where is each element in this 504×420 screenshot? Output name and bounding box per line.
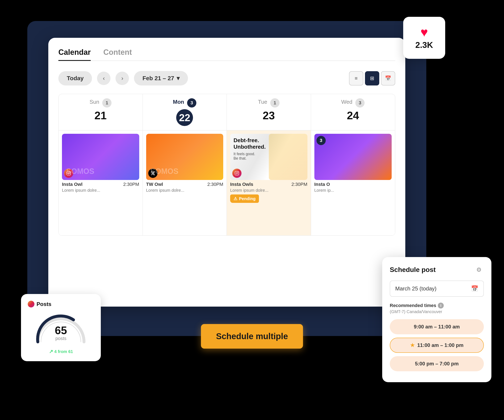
day-number-mon: 22 [176,109,193,126]
day-number-tue: 23 [232,109,306,122]
day-header-mon: Mon 3 22 [143,94,227,130]
instagram-icon [64,169,73,178]
calendar-icon: 📅 [471,285,478,292]
day-number-sun: 21 [64,109,138,122]
day-header-sun: Sun 1 21 [59,94,143,130]
post-card-mon[interactable]: TW Owl 2:30PM Lorem ipsum dolre... [146,134,223,193]
day-badge-sun: 1 [102,98,112,108]
day-badge-mon: 3 [187,98,196,108]
date-field[interactable]: March 25 (today) 📅 [390,281,484,297]
post-card-sun[interactable]: Insta Owl 2:30PM Lorem ipsum dolre... [62,134,139,193]
post-account-tue: Insta Owls [230,182,253,187]
timezone-label: (GMT-7) Canada/Vancouver [390,309,484,314]
chevron-down-icon: ▾ [177,75,180,82]
instagram-logo-icon [28,301,35,307]
day-cell-mon: TW Owl 2:30PM Lorem ipsum dolre... [143,130,227,235]
day-badge-wed: 3 [355,98,365,108]
post-account-wed: Insta O [314,182,330,187]
schedule-post-panel: Schedule post ⚙ March 25 (today) 📅 Recom… [382,257,492,382]
calendar-toolbar: Today ‹ › Feb 21 – 27 ▾ ≡ ⊞ 📅 [58,71,395,85]
posts-widget: Posts 65 posts ↗ 4 from 61 [21,294,101,361]
post-num-badge-wed: 3 [317,136,326,145]
warning-icon: ⚠ [234,196,237,201]
post-time-tue: 2:30PM [291,182,307,187]
list-view-button[interactable]: ≡ [349,71,363,85]
post-text-sun: Lorem ipsum dolre... [62,188,139,193]
post-card-tue[interactable]: Debt-free.Unbothered. It feels good.Be t… [230,134,307,203]
tab-calendar[interactable]: Calendar [58,48,91,61]
post-text-tue: Lorem ipsum dolre... [230,188,307,193]
svg-point-4 [236,172,238,174]
day-cell-tue: Debt-free.Unbothered. It feels good.Be t… [227,130,311,235]
svg-point-5 [238,172,238,173]
svg-point-1 [68,172,69,174]
heart-likes-card: ♥ 2.3K [403,17,445,59]
instagram-icon-tue [232,169,241,178]
gauge-sub: ↗ 4 from 61 [28,348,94,354]
day-name-mon: Mon [173,99,184,105]
schedule-panel-title: Schedule post [390,266,436,274]
gauge-center: 65 posts [55,324,67,341]
post-account-sun: Insta Owl [62,182,83,187]
day-header-wed: Wed 3 24 [311,94,395,130]
date-range-button[interactable]: Feb 21 – 27 ▾ [134,71,188,85]
calendar-card: Calendar Content Today ‹ › Feb 21 – 27 ▾… [48,38,405,307]
cursor-icon: ☞ [280,350,294,366]
post-image-sub-tue: It feels good.Be that. [234,152,266,161]
next-button[interactable]: › [115,72,129,85]
recommended-label: Recommended times i [390,303,484,308]
today-button[interactable]: Today [58,71,92,85]
tab-content[interactable]: Content [103,48,132,61]
day-name-tue: Tue [258,99,267,105]
svg-rect-0 [67,171,71,175]
time-slot-1[interactable]: ★ 11:00 am – 1:00 pm [390,338,484,353]
post-text-wed: Lorem ip... [314,188,392,193]
post-time-mon: 2:30PM [207,182,223,187]
post-image-title-tue: Debt-free.Unbothered. [234,137,266,150]
day-cell-sun: Insta Owl 2:30PM Lorem ipsum dolre... [59,130,143,235]
time-slot-2[interactable]: 5:00 pm – 7:00 pm [390,356,484,371]
day-number-wed: 24 [316,109,390,122]
svg-rect-3 [235,171,239,175]
heart-icon: ♥ [420,26,428,39]
time-slot-0[interactable]: 9:00 am – 11:00 am [390,319,484,334]
arrow-up-icon: ↗ [49,348,53,354]
calendar-view-button[interactable]: 📅 [381,71,395,85]
posts-gauge: 65 posts [34,312,88,346]
view-toggle: ≡ ⊞ 📅 [349,71,395,85]
pending-badge: ⚠ Pending [230,194,259,203]
schedule-multiple-button[interactable]: Schedule multiple [201,324,303,348]
heart-count: 2.3K [415,40,433,50]
date-value: March 25 (today) [395,285,437,292]
day-name-sun: Sun [90,99,99,105]
star-icon: ★ [410,342,415,348]
post-time-sun: 2:30PM [123,182,139,187]
calendar-grid: Sun 1 21 Mon 3 22 Tue 1 23 Wed 3 24 [58,94,395,236]
gauge-number: 65 [55,324,67,337]
tab-bar: Calendar Content [58,48,395,61]
day-name-wed: Wed [341,99,352,105]
day-badge-tue: 1 [270,98,280,108]
settings-button[interactable]: ⚙ [474,264,484,275]
post-card-wed[interactable]: 3 Insta O Lorem ip... [314,134,392,193]
twitter-icon [148,169,157,178]
grid-view-button[interactable]: ⊞ [365,71,379,85]
post-account-mon: TW Owl [146,182,163,187]
day-header-tue: Tue 1 23 [227,94,311,130]
schedule-panel-header: Schedule post ⚙ [390,264,484,275]
day-cell-wed: 3 Insta O Lorem ip... [311,130,395,235]
post-text-mon: Lorem ipsum dolre... [146,188,223,193]
gauge-label: posts [55,336,67,341]
info-icon: i [438,303,444,308]
svg-point-2 [70,172,70,173]
posts-widget-title: Posts [28,301,94,307]
prev-button[interactable]: ‹ [97,72,110,85]
